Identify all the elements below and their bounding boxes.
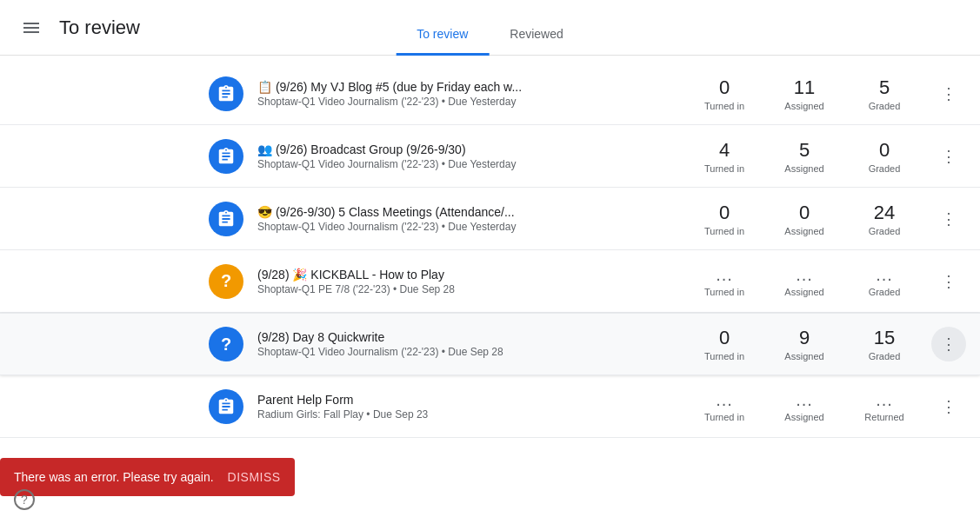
assignment-subtitle: Radium Girls: Fall Play • Due Sep 23 [257, 408, 698, 421]
assignment-info: 👥 (9/26) Broadcast Group (9/26-9/30) Sho… [257, 143, 698, 170]
error-message: There was an error. Please try again. [14, 470, 214, 484]
stat-assigned: 0 Assigned [778, 202, 830, 236]
more-options-button[interactable]: ⋮ [931, 76, 966, 111]
more-options-button[interactable]: ⋮ [931, 202, 966, 236]
assignment-row[interactable]: 😎 (9/26-9/30) 5 Class Meetings (Attendan… [0, 188, 980, 250]
more-options-button[interactable]: ⋮ [931, 389, 966, 424]
stat-turned-in: 0 Turned in [698, 327, 750, 361]
assignment-icon: ? [209, 327, 243, 361]
more-options-button[interactable]: ⋮ [931, 327, 966, 361]
assignment-info: (9/28) Day 8 Quickwrite Shoptaw-Q1 Video… [257, 330, 698, 358]
assignment-title: 📋 (9/26) My VJ Blog #5 (due by Friday ea… [257, 80, 544, 94]
assignment-info: 📋 (9/26) My VJ Blog #5 (due by Friday ea… [257, 80, 698, 108]
stat-turned-in: ... Turned in [698, 265, 750, 297]
assignment-subtitle: Shoptaw-Q1 Video Journalism ('22-'23) • … [257, 96, 698, 108]
stat-graded: 5 Graded [858, 76, 910, 111]
stat-assigned: 11 Assigned [778, 76, 830, 111]
assignment-icon [209, 389, 243, 424]
assignment-stats: 0 Turned in 11 Assigned 5 Graded [698, 76, 910, 111]
assignment-stats: 0 Turned in 0 Assigned 24 Graded [698, 202, 910, 236]
stat-graded: 15 Graded [858, 327, 910, 361]
assignment-row[interactable]: Parent Help Form Radium Girls: Fall Play… [0, 375, 980, 438]
stat-graded: 0 Graded [858, 139, 910, 174]
stat-assigned: ... Assigned [778, 265, 830, 297]
assignment-row[interactable]: ? (9/28) 🎉 KICKBALL - How to Play Shopta… [0, 250, 980, 313]
assignment-row[interactable]: ? (9/28) Day 8 Quickwrite Shoptaw-Q1 Vid… [0, 313, 980, 375]
more-options-button[interactable]: ⋮ [931, 264, 966, 299]
dismiss-button[interactable]: Dismiss [228, 470, 281, 484]
help-icon[interactable]: ? [14, 489, 35, 510]
assignment-title: (9/28) Day 8 Quickwrite [257, 330, 544, 344]
assignment-title: 👥 (9/26) Broadcast Group (9/26-9/30) [257, 143, 544, 156]
assignment-icon [209, 76, 243, 111]
menu-button[interactable] [14, 10, 49, 45]
assignment-info: Parent Help Form Radium Girls: Fall Play… [257, 393, 698, 421]
assignment-info: 😎 (9/26-9/30) 5 Class Meetings (Attendan… [257, 205, 698, 233]
assignment-row[interactable]: 📋 (9/26) My VJ Blog #5 (due by Friday ea… [0, 63, 980, 125]
assignment-stats: ... Turned in ... Assigned ... Graded [698, 265, 910, 297]
stat-turned-in: 4 Turned in [698, 139, 750, 174]
assignment-subtitle: Shoptaw-Q1 Video Journalism ('22-'23) • … [257, 221, 698, 233]
tab-reviewed[interactable]: Reviewed [489, 14, 583, 56]
assignment-stats: 0 Turned in 9 Assigned 15 Graded [698, 327, 910, 361]
assignment-title: Parent Help Form [257, 393, 544, 407]
tab-to-review[interactable]: To review [396, 14, 489, 56]
assignment-subtitle: Shoptaw-Q1 Video Journalism ('22-'23) • … [257, 158, 698, 170]
page-title: To review [59, 17, 140, 39]
stat-assigned: ... Assigned [778, 390, 830, 422]
stat-graded: ... Graded [858, 265, 910, 297]
tab-bar: To review Reviewed [396, 14, 584, 55]
assignment-icon: ? [209, 264, 243, 299]
stat-turned-in: 0 Turned in [698, 76, 750, 111]
assignment-stats: ... Turned in ... Assigned ... Returned [698, 390, 910, 422]
more-options-button[interactable]: ⋮ [931, 139, 966, 174]
stat-turned-in: 0 Turned in [698, 202, 750, 236]
assignment-subtitle: Shoptaw-Q1 Video Journalism ('22-'23) • … [257, 346, 698, 358]
assignment-icon [209, 139, 243, 174]
assignment-icon [209, 202, 243, 236]
assignment-row[interactable]: 👥 (9/26) Broadcast Group (9/26-9/30) Sho… [0, 125, 980, 188]
stat-graded: ... Returned [858, 390, 910, 422]
assignment-subtitle: Shoptaw-Q1 PE 7/8 ('22-'23) • Due Sep 28 [257, 283, 698, 295]
assignment-stats: 4 Turned in 5 Assigned 0 Graded [698, 139, 910, 174]
assignment-info: (9/28) 🎉 KICKBALL - How to Play Shoptaw-… [257, 268, 698, 295]
error-toast: There was an error. Please try again. Di… [0, 458, 295, 496]
stat-assigned: 5 Assigned [778, 139, 830, 174]
app-header: To review To review Reviewed [0, 0, 980, 56]
main-content: 📋 (9/26) My VJ Blog #5 (due by Friday ea… [0, 56, 980, 517]
assignment-title: 😎 (9/26-9/30) 5 Class Meetings (Attendan… [257, 205, 544, 219]
stat-turned-in: ... Turned in [698, 390, 750, 422]
stat-graded: 24 Graded [858, 202, 910, 236]
stat-assigned: 9 Assigned [778, 327, 830, 361]
assignment-title: (9/28) 🎉 KICKBALL - How to Play [257, 268, 544, 282]
